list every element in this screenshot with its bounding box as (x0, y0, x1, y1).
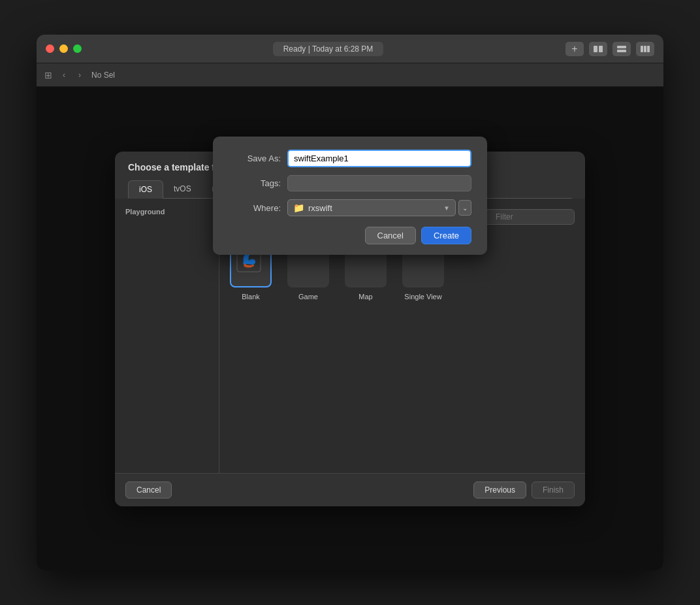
plus-icon: + (571, 43, 577, 55)
where-wrapper: 📁 rxswift ▼ ⌄ (287, 199, 471, 216)
toolbar: ⊞ ‹ › No Sel (37, 63, 663, 87)
template-dialog: Choose a template for your n iOS tvOS ma… (115, 152, 585, 506)
tags-row: Tags: (229, 175, 471, 191)
add-button[interactable]: + (565, 42, 584, 56)
tags-input[interactable] (287, 175, 471, 191)
maximize-button[interactable] (73, 44, 82, 53)
sidebar-section: Playground (115, 199, 219, 473)
svg-rect-0 (594, 46, 597, 52)
filter-input[interactable] (477, 209, 575, 225)
save-create-button[interactable]: Create (421, 227, 471, 244)
chevron-down-icon: ⌄ (462, 204, 468, 212)
svg-rect-6 (647, 46, 650, 52)
minimize-button[interactable] (59, 44, 68, 53)
save-dialog-buttons: Cancel Create (229, 227, 471, 244)
sidebar-section-header: Playground (115, 204, 219, 220)
save-as-label: Save As: (229, 154, 281, 163)
cancel-button[interactable]: Cancel (125, 482, 172, 499)
where-label: Where: (229, 203, 281, 213)
finish-button[interactable]: Finish (532, 482, 575, 499)
footer-left: Cancel (125, 482, 172, 499)
svg-rect-3 (617, 50, 626, 52)
view-button-2[interactable] (612, 42, 631, 56)
location-label: No Sel (91, 71, 115, 80)
save-as-input[interactable] (287, 152, 471, 168)
where-expand-button[interactable]: ⌄ (458, 200, 471, 216)
title-bar: Ready | Today at 6:28 PM + (37, 35, 663, 63)
footer-right: Previous Finish (473, 482, 575, 499)
where-select[interactable]: 📁 rxswift ▼ (287, 199, 456, 216)
template-label-blank: Blank (242, 293, 260, 301)
grid-icon[interactable]: ⊞ (44, 70, 52, 80)
tab-ios[interactable]: iOS (128, 180, 163, 199)
back-button[interactable]: ‹ (57, 69, 71, 82)
tab-tvos[interactable]: tvOS (163, 180, 202, 198)
status-bar: Ready | Today at 6:28 PM (273, 42, 384, 56)
svg-rect-1 (599, 46, 603, 52)
template-label-game: Game (298, 293, 318, 301)
save-dialog: Save As: Tags: Where: 📁 (213, 152, 487, 255)
view-button-1[interactable] (589, 42, 607, 56)
svg-rect-5 (644, 46, 646, 52)
forward-button[interactable]: › (73, 69, 86, 82)
view-button-3[interactable] (636, 42, 654, 56)
template-label-single-view: Single View (404, 293, 441, 301)
svg-rect-4 (641, 46, 643, 52)
modal-overlay: Choose a template for your n iOS tvOS ma… (37, 87, 663, 570)
main-content: Choose a template for your n iOS tvOS ma… (37, 87, 663, 570)
toolbar-nav: ‹ › (57, 69, 86, 82)
close-button[interactable] (46, 44, 54, 53)
save-as-row: Save As: (229, 152, 471, 168)
title-bar-center: Ready | Today at 6:28 PM (91, 42, 565, 56)
where-value: rxswift (308, 203, 332, 213)
folder-icon: 📁 (293, 203, 304, 213)
dropdown-chevron-icon: ▼ (443, 204, 450, 212)
save-cancel-button[interactable]: Cancel (365, 227, 416, 244)
traffic-lights (46, 44, 82, 53)
app-window: Ready | Today at 6:28 PM + (37, 35, 663, 570)
dialog-footer: Cancel Previous Finish (115, 473, 585, 506)
svg-rect-2 (617, 46, 626, 48)
tags-label: Tags: (229, 178, 281, 188)
filter-wrapper: ⌕ (477, 209, 575, 225)
title-bar-right: + (565, 42, 654, 56)
where-row: Where: 📁 rxswift ▼ ⌄ (229, 199, 471, 216)
previous-button[interactable]: Previous (473, 482, 526, 499)
template-label-map: Map (358, 293, 372, 301)
status-text: Ready | Today at 6:28 PM (283, 44, 374, 54)
